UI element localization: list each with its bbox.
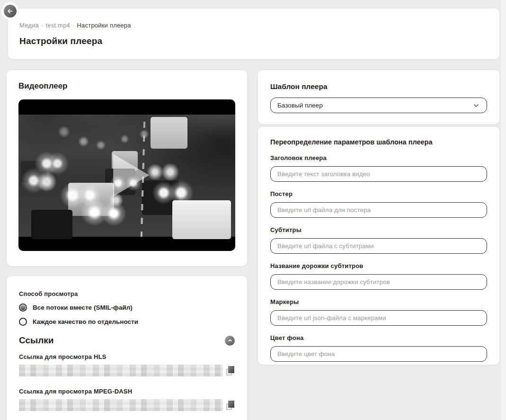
poster-label: Постер	[270, 190, 487, 197]
subtitles-url-input[interactable]	[270, 238, 487, 254]
breadcrumb-separator: ·	[41, 22, 44, 29]
radio-selected-icon[interactable]	[19, 304, 27, 312]
field-group-poster: Постер	[270, 190, 487, 218]
back-button[interactable]	[4, 5, 17, 18]
subtitles-label: Субтитры	[270, 226, 487, 233]
copy-hls-link-button[interactable]	[226, 366, 235, 375]
background-color-input[interactable]	[270, 346, 487, 362]
selected-template-value: Базовый плеер	[277, 102, 323, 109]
breadcrumb-file[interactable]: test.mp4	[46, 22, 70, 29]
chevron-down-icon	[472, 102, 480, 109]
field-group-subtitles: Субтитры	[270, 226, 487, 254]
collapse-links-button[interactable]	[225, 336, 235, 346]
breadcrumb: Медиа·test.mp4·Настройки плеера	[19, 22, 488, 29]
hls-link-row	[19, 365, 235, 376]
view-mode-label: Способ просмотра	[19, 290, 235, 297]
radio-unselected-icon[interactable]	[19, 318, 27, 326]
view-mode-links-card: Способ просмотра Все потоки вместе (SMIL…	[7, 276, 247, 420]
field-group-subtitle-track-name: Название дорожки субтитров	[270, 262, 487, 290]
hls-link-label: Ссылка для просмотра HLS	[19, 353, 235, 360]
field-group-player-title: Заголовок плеера	[270, 154, 487, 182]
player-title-input[interactable]	[270, 166, 487, 182]
radio-option-each-quality[interactable]: Каждое качество по отдельности	[19, 318, 235, 326]
player-template-card: Шаблон плеера Базовый плеер	[258, 70, 499, 124]
player-template-select[interactable]: Базовый плеер	[270, 98, 487, 113]
player-title-label: Заголовок плеера	[270, 154, 487, 161]
field-group-background-color: Цвет фона	[270, 334, 487, 362]
play-icon[interactable]	[113, 154, 149, 197]
player-settings-page: { "colors": { "page_bg": "#ececec", "car…	[0, 0, 506, 420]
subtitle-track-name-label: Название дорожки субтитров	[270, 262, 487, 269]
markers-url-input[interactable]	[270, 310, 487, 326]
radio-option-smil[interactable]: Все потоки вместе (SMIL-файл)	[19, 304, 235, 312]
header-card: Медиа·test.mp4·Настройки плеера Настройк…	[8, 9, 499, 59]
template-card-title: Шаблон плеера	[270, 82, 487, 91]
page-title: Настройки плеера	[19, 36, 488, 46]
poster-url-input[interactable]	[270, 202, 487, 218]
video-card-title: Видеоплеер	[18, 81, 235, 91]
breadcrumb-media[interactable]: Медиа	[19, 22, 39, 29]
links-section-title: Ссылки	[19, 335, 54, 346]
arrow-left-icon	[7, 8, 14, 15]
background-color-label: Цвет фона	[270, 334, 487, 341]
override-card-title: Переопределение параметров шаблона плеер…	[270, 138, 487, 146]
video-player-card: Видеоплеер	[7, 70, 247, 266]
copy-icon	[228, 401, 234, 408]
video-player[interactable]	[18, 99, 235, 251]
radio-option-label: Все потоки вместе (SMIL-файл)	[33, 304, 133, 311]
chevron-up-icon	[227, 338, 233, 343]
dash-link-label: Ссылка для просмотра MPEG-DASH	[19, 388, 235, 395]
dash-link-row	[19, 399, 235, 411]
field-group-markers: Маркеры	[270, 298, 487, 326]
radio-option-label: Каждое качество по отдельности	[33, 318, 138, 325]
copy-icon	[228, 366, 234, 373]
breadcrumb-separator: ·	[72, 22, 75, 29]
scrollbar[interactable]	[501, 0, 506, 420]
template-override-card: Переопределение параметров шаблона плеер…	[258, 127, 499, 365]
markers-label: Маркеры	[270, 298, 487, 305]
subtitle-track-name-input[interactable]	[270, 274, 487, 290]
breadcrumb-current: Настройки плеера	[77, 22, 131, 29]
dash-link-value-redacted[interactable]	[19, 399, 223, 411]
copy-dash-link-button[interactable]	[226, 401, 235, 410]
hls-link-value-redacted[interactable]	[19, 365, 223, 376]
